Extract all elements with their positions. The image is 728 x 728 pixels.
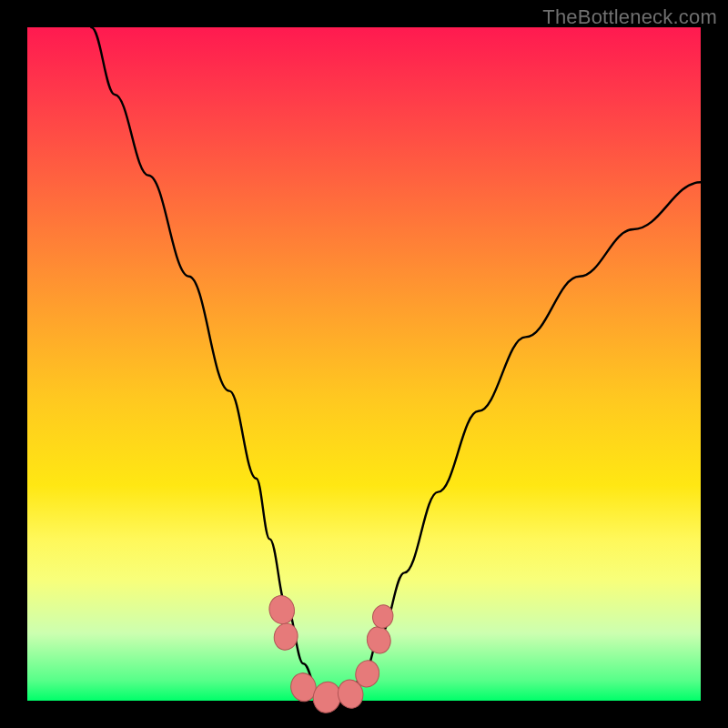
plot-group <box>91 27 701 715</box>
chart-svg <box>0 0 728 728</box>
curve-right-branch <box>348 182 702 697</box>
valley-marker <box>272 622 300 652</box>
valley-marker <box>365 624 393 655</box>
